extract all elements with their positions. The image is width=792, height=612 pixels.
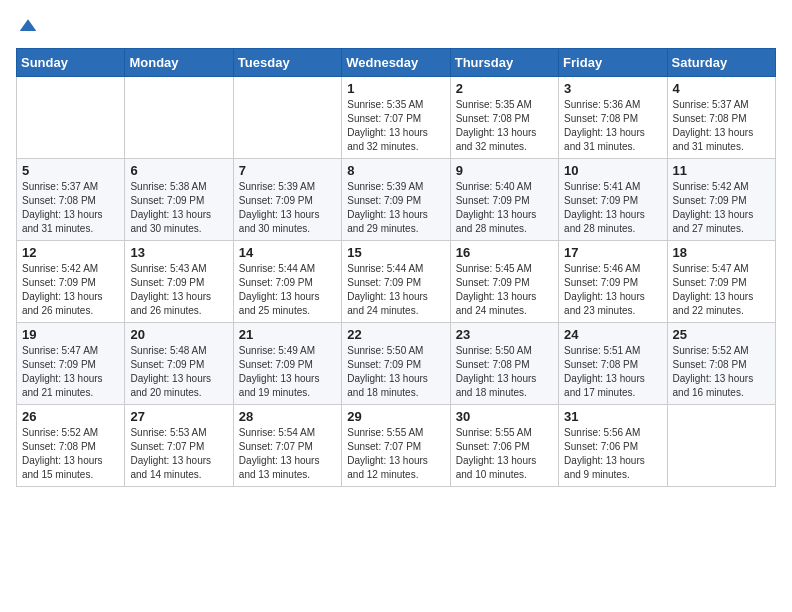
calendar-cell: 8Sunrise: 5:39 AM Sunset: 7:09 PM Daylig… (342, 159, 450, 241)
calendar-cell: 21Sunrise: 5:49 AM Sunset: 7:09 PM Dayli… (233, 323, 341, 405)
day-header-wednesday: Wednesday (342, 49, 450, 77)
day-info: Sunrise: 5:37 AM Sunset: 7:08 PM Dayligh… (673, 98, 770, 154)
day-info: Sunrise: 5:38 AM Sunset: 7:09 PM Dayligh… (130, 180, 227, 236)
day-number: 24 (564, 327, 661, 342)
calendar-cell: 12Sunrise: 5:42 AM Sunset: 7:09 PM Dayli… (17, 241, 125, 323)
day-number: 31 (564, 409, 661, 424)
day-number: 26 (22, 409, 119, 424)
day-number: 6 (130, 163, 227, 178)
day-number: 16 (456, 245, 553, 260)
calendar-body: 1Sunrise: 5:35 AM Sunset: 7:07 PM Daylig… (17, 77, 776, 487)
day-number: 20 (130, 327, 227, 342)
day-number: 10 (564, 163, 661, 178)
day-info: Sunrise: 5:42 AM Sunset: 7:09 PM Dayligh… (673, 180, 770, 236)
calendar-cell: 3Sunrise: 5:36 AM Sunset: 7:08 PM Daylig… (559, 77, 667, 159)
day-number: 29 (347, 409, 444, 424)
calendar-cell: 28Sunrise: 5:54 AM Sunset: 7:07 PM Dayli… (233, 405, 341, 487)
day-info: Sunrise: 5:55 AM Sunset: 7:06 PM Dayligh… (456, 426, 553, 482)
day-number: 12 (22, 245, 119, 260)
day-number: 23 (456, 327, 553, 342)
day-info: Sunrise: 5:35 AM Sunset: 7:08 PM Dayligh… (456, 98, 553, 154)
logo (16, 16, 38, 36)
calendar-cell: 13Sunrise: 5:43 AM Sunset: 7:09 PM Dayli… (125, 241, 233, 323)
calendar-cell (125, 77, 233, 159)
calendar-cell: 22Sunrise: 5:50 AM Sunset: 7:09 PM Dayli… (342, 323, 450, 405)
week-row-4: 26Sunrise: 5:52 AM Sunset: 7:08 PM Dayli… (17, 405, 776, 487)
calendar-cell: 10Sunrise: 5:41 AM Sunset: 7:09 PM Dayli… (559, 159, 667, 241)
day-header-tuesday: Tuesday (233, 49, 341, 77)
day-info: Sunrise: 5:50 AM Sunset: 7:09 PM Dayligh… (347, 344, 444, 400)
calendar-header: SundayMondayTuesdayWednesdayThursdayFrid… (17, 49, 776, 77)
calendar-cell (17, 77, 125, 159)
day-info: Sunrise: 5:35 AM Sunset: 7:07 PM Dayligh… (347, 98, 444, 154)
day-info: Sunrise: 5:55 AM Sunset: 7:07 PM Dayligh… (347, 426, 444, 482)
day-number: 15 (347, 245, 444, 260)
page-header (16, 16, 776, 36)
calendar-cell: 15Sunrise: 5:44 AM Sunset: 7:09 PM Dayli… (342, 241, 450, 323)
day-number: 1 (347, 81, 444, 96)
day-header-friday: Friday (559, 49, 667, 77)
day-info: Sunrise: 5:41 AM Sunset: 7:09 PM Dayligh… (564, 180, 661, 236)
day-info: Sunrise: 5:39 AM Sunset: 7:09 PM Dayligh… (239, 180, 336, 236)
week-row-2: 12Sunrise: 5:42 AM Sunset: 7:09 PM Dayli… (17, 241, 776, 323)
day-number: 19 (22, 327, 119, 342)
day-number: 18 (673, 245, 770, 260)
calendar-cell: 27Sunrise: 5:53 AM Sunset: 7:07 PM Dayli… (125, 405, 233, 487)
day-info: Sunrise: 5:52 AM Sunset: 7:08 PM Dayligh… (673, 344, 770, 400)
calendar-cell: 5Sunrise: 5:37 AM Sunset: 7:08 PM Daylig… (17, 159, 125, 241)
day-info: Sunrise: 5:46 AM Sunset: 7:09 PM Dayligh… (564, 262, 661, 318)
calendar-cell: 24Sunrise: 5:51 AM Sunset: 7:08 PM Dayli… (559, 323, 667, 405)
calendar-cell: 7Sunrise: 5:39 AM Sunset: 7:09 PM Daylig… (233, 159, 341, 241)
calendar-cell: 2Sunrise: 5:35 AM Sunset: 7:08 PM Daylig… (450, 77, 558, 159)
day-info: Sunrise: 5:40 AM Sunset: 7:09 PM Dayligh… (456, 180, 553, 236)
day-info: Sunrise: 5:50 AM Sunset: 7:08 PM Dayligh… (456, 344, 553, 400)
day-number: 9 (456, 163, 553, 178)
calendar-cell: 20Sunrise: 5:48 AM Sunset: 7:09 PM Dayli… (125, 323, 233, 405)
calendar-cell: 29Sunrise: 5:55 AM Sunset: 7:07 PM Dayli… (342, 405, 450, 487)
day-number: 17 (564, 245, 661, 260)
calendar-cell: 31Sunrise: 5:56 AM Sunset: 7:06 PM Dayli… (559, 405, 667, 487)
day-header-thursday: Thursday (450, 49, 558, 77)
calendar-cell: 14Sunrise: 5:44 AM Sunset: 7:09 PM Dayli… (233, 241, 341, 323)
day-number: 14 (239, 245, 336, 260)
day-number: 21 (239, 327, 336, 342)
header-row: SundayMondayTuesdayWednesdayThursdayFrid… (17, 49, 776, 77)
day-number: 5 (22, 163, 119, 178)
day-number: 27 (130, 409, 227, 424)
day-info: Sunrise: 5:53 AM Sunset: 7:07 PM Dayligh… (130, 426, 227, 482)
calendar-cell: 4Sunrise: 5:37 AM Sunset: 7:08 PM Daylig… (667, 77, 775, 159)
day-number: 13 (130, 245, 227, 260)
day-info: Sunrise: 5:47 AM Sunset: 7:09 PM Dayligh… (673, 262, 770, 318)
day-info: Sunrise: 5:44 AM Sunset: 7:09 PM Dayligh… (239, 262, 336, 318)
calendar-table: SundayMondayTuesdayWednesdayThursdayFrid… (16, 48, 776, 487)
calendar-cell: 19Sunrise: 5:47 AM Sunset: 7:09 PM Dayli… (17, 323, 125, 405)
day-info: Sunrise: 5:51 AM Sunset: 7:08 PM Dayligh… (564, 344, 661, 400)
day-number: 11 (673, 163, 770, 178)
day-info: Sunrise: 5:52 AM Sunset: 7:08 PM Dayligh… (22, 426, 119, 482)
calendar-cell: 1Sunrise: 5:35 AM Sunset: 7:07 PM Daylig… (342, 77, 450, 159)
week-row-0: 1Sunrise: 5:35 AM Sunset: 7:07 PM Daylig… (17, 77, 776, 159)
day-header-sunday: Sunday (17, 49, 125, 77)
day-number: 7 (239, 163, 336, 178)
day-number: 3 (564, 81, 661, 96)
calendar-cell: 6Sunrise: 5:38 AM Sunset: 7:09 PM Daylig… (125, 159, 233, 241)
day-info: Sunrise: 5:36 AM Sunset: 7:08 PM Dayligh… (564, 98, 661, 154)
day-number: 4 (673, 81, 770, 96)
day-info: Sunrise: 5:44 AM Sunset: 7:09 PM Dayligh… (347, 262, 444, 318)
day-number: 2 (456, 81, 553, 96)
day-info: Sunrise: 5:42 AM Sunset: 7:09 PM Dayligh… (22, 262, 119, 318)
day-info: Sunrise: 5:39 AM Sunset: 7:09 PM Dayligh… (347, 180, 444, 236)
calendar-cell: 9Sunrise: 5:40 AM Sunset: 7:09 PM Daylig… (450, 159, 558, 241)
svg-marker-0 (20, 19, 37, 31)
day-number: 8 (347, 163, 444, 178)
week-row-1: 5Sunrise: 5:37 AM Sunset: 7:08 PM Daylig… (17, 159, 776, 241)
week-row-3: 19Sunrise: 5:47 AM Sunset: 7:09 PM Dayli… (17, 323, 776, 405)
day-number: 30 (456, 409, 553, 424)
day-info: Sunrise: 5:43 AM Sunset: 7:09 PM Dayligh… (130, 262, 227, 318)
day-info: Sunrise: 5:56 AM Sunset: 7:06 PM Dayligh… (564, 426, 661, 482)
logo-icon (18, 16, 38, 36)
day-number: 22 (347, 327, 444, 342)
calendar-cell: 30Sunrise: 5:55 AM Sunset: 7:06 PM Dayli… (450, 405, 558, 487)
calendar-cell: 25Sunrise: 5:52 AM Sunset: 7:08 PM Dayli… (667, 323, 775, 405)
day-header-saturday: Saturday (667, 49, 775, 77)
